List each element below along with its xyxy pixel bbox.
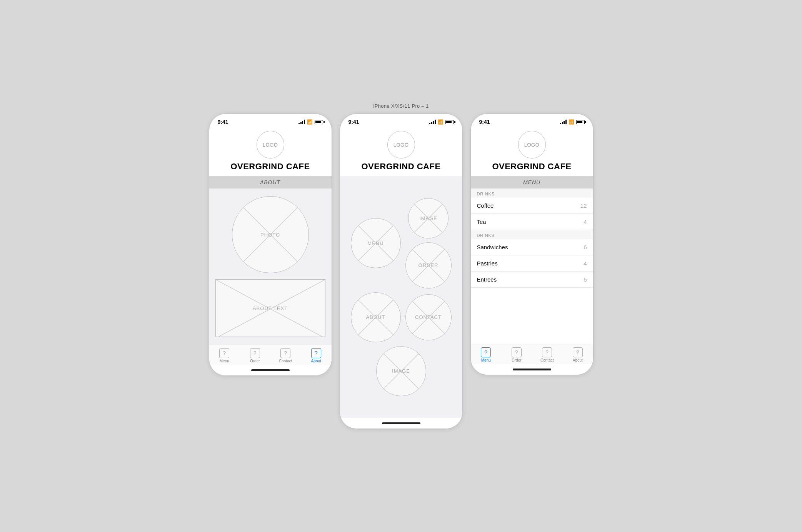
battery-icon-1 xyxy=(315,120,323,124)
about-text-placeholder: ABOUT TEXT xyxy=(215,279,325,337)
photo-label: PHOTO xyxy=(260,232,280,238)
tab-contact-1[interactable]: ? Contact xyxy=(275,348,296,363)
device-label: iPhone X/XS/11 Pro – 1 xyxy=(373,103,429,109)
menu-row-coffee[interactable]: Coffee 12 xyxy=(471,198,593,214)
app-title-1: OVERGRIND CAFE xyxy=(230,162,310,172)
tab-order-icon-1: ? xyxy=(250,348,260,358)
circle-about[interactable]: ABOUT xyxy=(351,292,401,342)
screen-home: 9:41 📶 LOGO OVERGRIND CAFE xyxy=(340,113,463,429)
time-1: 9:41 xyxy=(218,119,228,125)
circle-contact[interactable]: CONTACT xyxy=(405,294,452,340)
home-bar-1 xyxy=(251,369,290,371)
home-indicator-1 xyxy=(209,365,332,375)
time-2: 9:41 xyxy=(348,119,359,125)
circle-order-label: ORDER xyxy=(419,262,439,268)
menu-row-sandwiches[interactable]: Sandwiches 6 xyxy=(471,239,593,255)
tab-about-1[interactable]: ? About xyxy=(305,348,327,363)
home-indicator-2 xyxy=(340,418,462,429)
screens-row: 9:41 📶 LOGO OVERGRIND CAFE ABOUT xyxy=(209,113,594,429)
circle-image2-label: IMAGE xyxy=(392,368,410,374)
circle-image1[interactable]: IMAGE xyxy=(408,198,449,238)
battery-icon-2 xyxy=(445,120,454,124)
status-icons-1: 📶 xyxy=(298,119,323,125)
tab-order-label-3: Order xyxy=(512,358,522,362)
menu-item-name-tea: Tea xyxy=(477,218,486,225)
menu-item-name-coffee: Coffee xyxy=(477,202,494,209)
tab-about-icon-3: ? xyxy=(573,347,583,357)
tab-bar-3: ? Menu ? Order ? Contact ? About xyxy=(471,344,593,364)
status-icons-2: 📶 xyxy=(429,119,454,125)
logo-1: LOGO xyxy=(257,131,284,158)
tab-menu-3[interactable]: ? Menu xyxy=(475,347,497,362)
section-bar-menu: MENU xyxy=(471,176,593,188)
status-bar-1: 9:41 📶 xyxy=(209,114,332,128)
status-bar-2: 9:41 📶 xyxy=(340,114,462,128)
menu-item-count-pastries: 4 xyxy=(584,260,587,267)
logo-3: LOGO xyxy=(518,131,546,158)
circle-menu[interactable]: MENU xyxy=(351,218,401,268)
tab-about-label-1: About xyxy=(311,359,321,363)
circle-menu-label: MENU xyxy=(367,240,383,246)
menu-item-name-sandwiches: Sandwiches xyxy=(477,244,508,250)
status-icons-3: 📶 xyxy=(560,119,585,125)
circle-image2[interactable]: IMAGE xyxy=(376,346,426,396)
signal-icon-2 xyxy=(429,120,436,124)
tab-about-icon-1: ? xyxy=(311,348,321,358)
tab-bar-1: ? Menu ? Order ? Contact ? About xyxy=(209,345,332,365)
tab-order-icon-3: ? xyxy=(512,347,522,357)
app-title-3: OVERGRIND CAFE xyxy=(492,162,571,172)
menu-item-count-coffee: 12 xyxy=(580,202,587,209)
tab-contact-icon-3: ? xyxy=(542,347,552,357)
circle-contact-label: CONTACT xyxy=(415,314,442,320)
logo-2: LOGO xyxy=(387,131,415,158)
tab-about-3[interactable]: ? About xyxy=(567,347,588,362)
tab-menu-label-3: Menu xyxy=(481,358,491,362)
tab-contact-label-3: Contact xyxy=(540,358,554,362)
tab-order-3[interactable]: ? Order xyxy=(506,347,527,362)
tab-contact-label-1: Contact xyxy=(279,359,292,363)
menu-item-name-pastries: Pastries xyxy=(477,260,498,267)
home-bar-3 xyxy=(513,369,551,370)
home-bar-2 xyxy=(382,422,420,424)
signal-icon-1 xyxy=(298,120,305,124)
tab-order-label-1: Order xyxy=(250,359,260,363)
screen-menu: 9:41 📶 LOGO OVERGRIND CAFE MENU DRINKS C… xyxy=(470,113,594,375)
circle-about-label: ABOUT xyxy=(366,314,385,320)
menu-row-pastries[interactable]: Pastries 4 xyxy=(471,255,593,272)
app-header-3: LOGO OVERGRIND CAFE xyxy=(471,128,593,176)
menu-item-count-entrees: 5 xyxy=(584,276,587,283)
menu-row-entrees[interactable]: Entrees 5 xyxy=(471,272,593,288)
circles-content: MENU IMAGE xyxy=(340,176,462,418)
tab-order-1[interactable]: ? Order xyxy=(244,348,265,363)
tab-menu-icon-3: ? xyxy=(481,347,491,357)
section-bar-about: ABOUT xyxy=(209,176,332,188)
wifi-icon-2: 📶 xyxy=(438,119,444,125)
menu-row-tea[interactable]: Tea 4 xyxy=(471,214,593,230)
tab-about-label-3: About xyxy=(573,358,583,362)
circle-image1-label: IMAGE xyxy=(419,215,437,221)
tab-menu-1[interactable]: ? Menu xyxy=(214,348,235,363)
wifi-icon-3: 📶 xyxy=(569,119,574,125)
photo-placeholder: PHOTO xyxy=(232,196,309,273)
tab-menu-label-1: Menu xyxy=(220,359,229,363)
menu-item-name-entrees: Entrees xyxy=(477,276,497,283)
menu-item-count-tea: 4 xyxy=(584,218,587,225)
home-indicator-3 xyxy=(471,364,593,375)
circle-order[interactable]: ORDER xyxy=(405,242,452,289)
about-content: PHOTO ABOUT TEXT xyxy=(209,188,332,345)
app-title-2: OVERGRIND CAFE xyxy=(361,162,440,172)
tab-contact-3[interactable]: ? Contact xyxy=(537,347,558,362)
about-text-label: ABOUT TEXT xyxy=(253,305,288,311)
status-bar-3: 9:41 📶 xyxy=(471,114,593,128)
menu-section-drinks-2: DRINKS xyxy=(471,230,593,239)
wifi-icon-1: 📶 xyxy=(307,119,313,125)
app-header-2: LOGO OVERGRIND CAFE xyxy=(340,128,462,176)
signal-icon-3 xyxy=(560,120,567,124)
tab-menu-icon-1: ? xyxy=(219,348,229,358)
tab-contact-icon-1: ? xyxy=(280,348,290,358)
screen-about: 9:41 📶 LOGO OVERGRIND CAFE ABOUT xyxy=(209,113,332,376)
battery-icon-3 xyxy=(576,120,585,124)
menu-item-count-sandwiches: 6 xyxy=(584,244,587,250)
app-header-1: LOGO OVERGRIND CAFE xyxy=(209,128,332,176)
time-3: 9:41 xyxy=(479,119,490,125)
